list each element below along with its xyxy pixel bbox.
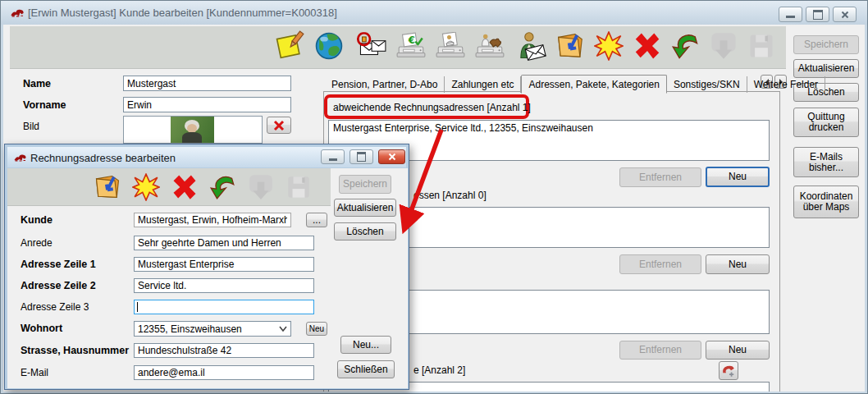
phone-add-icon — [721, 364, 736, 378]
tab-strip: Pension, Partner, D-Abo Zahlungen etc Ad… — [325, 74, 825, 93]
save-down-disabled-icon — [247, 173, 275, 201]
anrede-label: Anrede — [21, 237, 53, 249]
delete-x-icon[interactable] — [632, 30, 663, 62]
print-dog-registration-icon[interactable] — [474, 30, 505, 62]
billing-neu-button[interactable]: Neu — [706, 167, 770, 187]
screen: [Erwin Mustergast] Kunde bearbeiten [Kun… — [0, 0, 868, 394]
billing-address-item[interactable]: Mustergast Enterprise, Service ltd., 123… — [329, 121, 769, 135]
email-label: E-Mail — [21, 367, 48, 378]
section3-entfernen-button[interactable]: Entfernen — [619, 341, 701, 360]
chevron-down-icon — [279, 326, 287, 332]
dialog-maximize-button[interactable] — [349, 149, 373, 164]
import-folder-icon[interactable] — [93, 172, 122, 202]
dialog-rechnungsadresse: Rechnungsadresse bearbeiten Speichern — [4, 144, 409, 390]
quittung-drucken-button[interactable]: Quittung drucken — [793, 108, 859, 137]
dialog-speichern-button[interactable]: Speichern — [339, 175, 391, 194]
dialog-close-button[interactable] — [378, 149, 405, 164]
anrede-input[interactable] — [134, 236, 314, 250]
kunde-label: Kunde — [21, 214, 53, 226]
adresse-zeile2-input[interactable] — [134, 278, 314, 293]
section2-neu-button[interactable]: Neu — [706, 254, 770, 274]
note-edit-icon[interactable] — [274, 30, 305, 62]
dialog-schliessen-button[interactable]: Schließen — [337, 360, 395, 378]
maximize-button[interactable] — [806, 7, 829, 22]
import-folder-icon[interactable] — [555, 30, 586, 62]
wohnort-select[interactable]: 12355, Einszweihausen — [134, 321, 291, 337]
dialog-aktualisieren-button[interactable]: Aktualisieren — [334, 199, 396, 217]
tab-zahlungen[interactable]: Zahlungen etc — [445, 76, 521, 93]
section3-neu-button[interactable]: Neu — [706, 341, 770, 360]
adresse-zeile1-input[interactable] — [134, 257, 314, 272]
strasse-hausnummer-input[interactable] — [134, 343, 314, 358]
vorname-input[interactable] — [123, 97, 291, 112]
billing-addresses-section-label: abweichende Rechnungsadressen [Anzahl 1] — [333, 102, 531, 113]
email-input[interactable] — [134, 365, 314, 380]
app-logo-icon — [10, 7, 25, 18]
new-star-icon[interactable] — [594, 31, 624, 61]
maximize-icon — [813, 10, 823, 20]
save-down-disabled-icon — [709, 31, 738, 61]
dialog-loeschen-button[interactable]: Löschen — [334, 222, 396, 241]
text-caret — [137, 302, 138, 312]
wohnort-selected-value: 12355, Einszweihausen — [138, 323, 242, 335]
wohnort-neu-button[interactable]: Neu — [306, 322, 327, 336]
adresse-zeile1-label: Adresse Zeile 1 — [21, 259, 96, 270]
dialog-neu-button[interactable]: Neu... — [340, 336, 391, 354]
delete-x-icon[interactable] — [170, 172, 199, 202]
save-all-disabled-icon — [285, 173, 313, 201]
name-input[interactable] — [123, 76, 291, 91]
undo-arrow-icon[interactable] — [209, 173, 237, 201]
main-window-title: [Erwin Mustergast] Kunde bearbeiten [Kun… — [28, 7, 337, 19]
name-label: Name — [23, 78, 51, 89]
new-star-icon[interactable] — [132, 173, 160, 201]
dialog-maximize-icon — [357, 152, 366, 162]
web-globe-icon[interactable] — [313, 30, 345, 62]
close-icon — [841, 11, 849, 19]
section2-label-fragment: essen [Anzahl 0] — [413, 190, 487, 201]
adresse-zeile3-input[interactable] — [134, 300, 314, 314]
kunde-more-button[interactable]: ... — [306, 213, 327, 227]
vorname-label: Vorname — [23, 99, 66, 111]
tab-weitere-felder[interactable]: Weitere Felder — [747, 76, 825, 93]
strasse-hausnummer-label: Strasse, Hausnummer — [21, 345, 129, 356]
section2-entfernen-button[interactable]: Entfernen — [619, 254, 701, 274]
tab-adressen-pakete-kategorien[interactable]: Adressen, Pakete, Kategorien — [521, 75, 666, 94]
adresse-zeile2-label: Adresse Zeile 2 — [21, 280, 96, 291]
dialog-app-logo-icon — [13, 153, 27, 163]
close-button[interactable] — [833, 7, 857, 22]
undo-arrow-icon[interactable] — [671, 31, 701, 61]
save-all-disabled-icon — [747, 31, 776, 61]
minimize-button[interactable] — [779, 7, 802, 22]
tab-pension-partner-dabo[interactable]: Pension, Partner, D-Abo — [325, 76, 445, 93]
dialog-body: Speichern Aktualisieren Löschen Neu... S… — [7, 168, 408, 388]
mail-schedule-icon[interactable] — [353, 30, 387, 62]
photo-delete-button[interactable] — [267, 117, 291, 134]
section4-label-fragment: e [Anzahl 2] — [413, 364, 465, 376]
print-registration-icon[interactable] — [435, 30, 466, 62]
photo-box — [123, 116, 263, 144]
koordinaten-maps-button[interactable]: Koordinaten über Maps — [793, 186, 859, 218]
billing-entfernen-button[interactable]: Entfernen — [619, 167, 701, 187]
bild-label: Bild — [23, 121, 39, 132]
dialog-toolbar-icons — [93, 172, 313, 202]
main-toolbar-icons — [274, 30, 776, 62]
add-phone-button[interactable] — [719, 361, 738, 380]
dialog-close-icon — [388, 153, 396, 161]
customer-photo — [171, 117, 214, 144]
emails-bisher-button[interactable]: E-Mails bisher... — [793, 147, 859, 177]
dialog-title: Rechnungsadresse bearbeiten — [30, 152, 176, 164]
dialog-minimize-icon — [329, 158, 337, 161]
speichern-button[interactable]: Speichern — [793, 35, 859, 54]
dialog-minimize-button[interactable] — [321, 149, 345, 164]
print-receipt-icon[interactable] — [395, 30, 427, 62]
kunde-input[interactable] — [134, 213, 291, 227]
send-mail-person-icon[interactable] — [514, 30, 546, 62]
adresse-zeile3-label: Adresse Zeile 3 — [21, 301, 89, 313]
tab-sonstiges-skn[interactable]: Sonstiges/SKN — [667, 76, 747, 93]
wohnort-label: Wohnort — [21, 323, 62, 334]
minimize-icon — [786, 16, 795, 18]
photo-delete-x-icon — [273, 120, 285, 131]
